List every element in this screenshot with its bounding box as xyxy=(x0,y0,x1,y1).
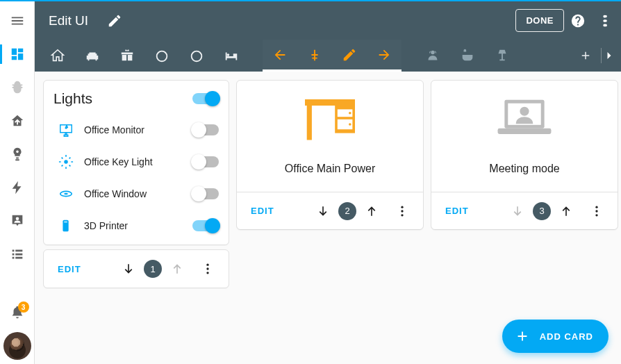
person-pin-icon xyxy=(10,213,25,229)
dots-vertical-icon xyxy=(201,262,215,276)
gift-icon xyxy=(119,48,135,63)
arrow-up-icon xyxy=(559,204,573,218)
position-badge: 1 xyxy=(144,260,162,278)
arrow-up-icon xyxy=(365,204,379,218)
svg-point-20 xyxy=(401,206,403,208)
rail-item-notifications[interactable]: 3 xyxy=(0,296,35,329)
tab-kitchen[interactable] xyxy=(110,40,144,72)
card-overflow-button[interactable] xyxy=(387,196,417,226)
svg-rect-14 xyxy=(307,106,312,140)
add-card-fab[interactable]: ADD CARD xyxy=(502,320,608,353)
move-up-button[interactable] xyxy=(551,196,581,226)
arrow-up-icon xyxy=(170,262,184,276)
tab-home[interactable] xyxy=(40,40,75,72)
entity-row-3d-printer[interactable]: 3D Printer xyxy=(53,210,219,242)
tab-living[interactable] xyxy=(75,40,110,72)
dots-vertical-icon xyxy=(395,204,409,218)
arrow-down-icon xyxy=(122,262,135,276)
tab-lamp[interactable] xyxy=(485,40,520,72)
lights-card: Lights Office Monitor Office Key Light xyxy=(43,80,229,245)
svg-point-10 xyxy=(206,264,208,266)
move-down-button[interactable] xyxy=(113,254,144,284)
rail-item-history[interactable] xyxy=(0,171,35,204)
active-arrow-right[interactable] xyxy=(367,39,401,71)
device-icon xyxy=(58,218,74,233)
card-overflow-button[interactable] xyxy=(581,196,612,226)
left-rail: 3 xyxy=(0,1,35,364)
move-up-button[interactable] xyxy=(356,196,387,226)
rail-item-logbook[interactable] xyxy=(0,138,35,171)
help-button[interactable] xyxy=(564,7,592,35)
svg-point-19 xyxy=(349,123,351,126)
done-button[interactable]: DONE xyxy=(515,9,564,32)
svg-rect-9 xyxy=(64,222,67,223)
entity-toggle[interactable] xyxy=(192,188,219,199)
hamburger-menu-button[interactable] xyxy=(0,4,35,38)
rail-item-todo[interactable] xyxy=(0,238,35,271)
bath-icon xyxy=(460,48,475,63)
sofa-icon xyxy=(85,48,100,63)
gauge-icon xyxy=(154,48,169,63)
lights-master-toggle[interactable] xyxy=(192,93,219,104)
entity-row-office-monitor[interactable]: Office Monitor xyxy=(53,114,219,146)
arrow-right-icon xyxy=(376,47,392,63)
user-avatar[interactable] xyxy=(3,332,31,360)
tab-add[interactable] xyxy=(574,49,597,62)
rail-item-media[interactable] xyxy=(0,204,35,238)
svg-point-1 xyxy=(604,19,607,22)
rail-item-overview[interactable] xyxy=(0,38,35,71)
entity-toggle[interactable] xyxy=(192,124,219,135)
svg-point-22 xyxy=(401,214,403,216)
entity-toggle[interactable] xyxy=(192,156,219,167)
entity-row-key-light[interactable]: Office Key Light xyxy=(53,146,219,178)
card-title: Office Main Power xyxy=(285,163,375,175)
help-icon xyxy=(570,13,586,28)
list-icon xyxy=(10,247,25,262)
entity-label: 3D Printer xyxy=(78,220,192,231)
edit-button[interactable]: EDIT xyxy=(437,206,477,216)
fab-label: ADD CARD xyxy=(540,331,593,342)
active-arrow-left[interactable] xyxy=(263,39,297,71)
edit-title-button[interactable] xyxy=(101,7,129,35)
move-down-button[interactable] xyxy=(502,196,533,226)
move-down-button[interactable] xyxy=(308,196,338,226)
tab-separator xyxy=(601,48,602,63)
upload-house-icon xyxy=(10,113,25,129)
tab-timer2[interactable] xyxy=(179,40,214,72)
column-1: Lights Office Monitor Office Key Light xyxy=(43,80,229,288)
topbar-overflow-button[interactable] xyxy=(592,7,620,35)
active-edit[interactable] xyxy=(332,39,367,71)
tab-active-group xyxy=(263,40,401,72)
gauge2-icon xyxy=(189,48,204,63)
tab-bar xyxy=(35,40,621,72)
svg-point-7 xyxy=(64,193,68,195)
card-editbar-2: EDIT 2 xyxy=(237,192,423,229)
arrow-down-icon xyxy=(511,204,524,218)
card-overflow-button[interactable] xyxy=(192,254,223,284)
tab-timer1[interactable] xyxy=(144,40,179,72)
edit-button[interactable]: EDIT xyxy=(49,264,90,274)
edit-button[interactable]: EDIT xyxy=(242,206,283,216)
svg-point-12 xyxy=(206,272,208,274)
pencil-icon xyxy=(107,13,122,28)
move-up-button[interactable] xyxy=(162,254,192,284)
bolt-icon xyxy=(10,180,25,195)
disc-icon xyxy=(58,186,74,201)
notification-badge: 3 xyxy=(18,301,29,313)
entity-toggle[interactable] xyxy=(192,220,219,231)
dots-vertical-icon xyxy=(598,13,613,28)
floor-lamp-icon xyxy=(495,48,510,63)
plus-icon xyxy=(515,329,530,344)
svg-point-4 xyxy=(192,51,202,62)
active-marker[interactable] xyxy=(297,39,332,71)
entity-label: Office Monitor xyxy=(78,124,192,135)
home-outline-icon xyxy=(50,48,65,63)
entity-row-window[interactable]: Office Window xyxy=(53,178,219,210)
tab-plant[interactable] xyxy=(415,40,450,72)
rail-item-map[interactable] xyxy=(0,104,35,138)
tab-bed[interactable] xyxy=(214,40,249,72)
rail-item-energy[interactable] xyxy=(0,71,35,104)
card-meeting-mode: Meeting mode EDIT 3 xyxy=(431,80,618,230)
tab-bath[interactable] xyxy=(450,40,485,72)
svg-point-5 xyxy=(64,160,68,164)
